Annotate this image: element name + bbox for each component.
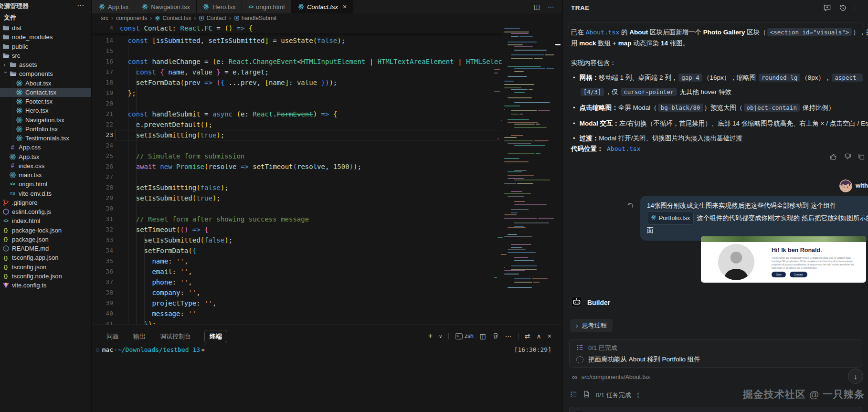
tree-item-tsconfig.node.json[interactable]: {}tsconfig.node.json (0, 272, 91, 281)
tree-item-vite-env.d.ts[interactable]: TSvite-env.d.ts (0, 189, 91, 198)
tree-item-README.md[interactable]: README.md (0, 244, 91, 253)
tree-item-tsconfig.app.json[interactable]: {}tsconfig.app.json (0, 253, 91, 262)
tree-item-Testimonials.tsx[interactable]: Testimonials.tsx (0, 134, 91, 143)
tree-item-Portfolio.tsx[interactable]: Portfolio.tsx (0, 125, 91, 134)
thinking-process-toggle[interactable]: › 思考过程 (570, 319, 613, 332)
breadcrumb-handleSubmit[interactable]: handleSubmit (234, 15, 276, 21)
terminal-tab-问题[interactable]: 问题 (106, 330, 120, 343)
tree-item-node_modules[interactable]: node_modules (0, 32, 91, 42)
close-tab-icon[interactable]: × (343, 3, 347, 11)
tree-item-dist[interactable]: dist (0, 23, 91, 32)
tree-item-App.css[interactable]: #App.css (0, 143, 91, 152)
tree-item-package-lock.json[interactable]: {}package-lock.json (0, 226, 91, 235)
tree-item-Navigation.tsx[interactable]: Navigation.tsx (0, 116, 91, 125)
attached-image[interactable]: Hi! Ik ben Ronald. Als freelance 3D visu… (701, 236, 866, 283)
code-line-15[interactable]: 15 (92, 46, 562, 56)
thumbs-up-icon[interactable] (830, 153, 837, 162)
tree-item-About.tsx[interactable]: About.tsx (0, 79, 91, 88)
code-line-24[interactable]: 24 (92, 140, 562, 151)
breadcrumb-src[interactable]: src (101, 15, 108, 21)
code-line-25[interactable]: 25 // Simulate form submission (92, 151, 562, 161)
tree-item-vite.config.ts[interactable]: vite.config.ts (0, 281, 91, 290)
code-line-26[interactable]: 26 await new Promise(resolve => setTimeo… (92, 161, 562, 172)
panel-layout-icon[interactable]: ⇄ (525, 332, 530, 340)
tree-item-tsconfig.json[interactable]: {}tsconfig.json (0, 263, 91, 272)
code-line-34[interactable]: 34 setFormData({ (92, 245, 562, 256)
tree-item-src[interactable]: src (0, 51, 91, 60)
zsh-shell-item[interactable]: >_zsh (455, 333, 473, 339)
new-chat-icon[interactable] (823, 4, 831, 14)
tree-item-Contact.tsx[interactable]: Contact.tsx (0, 88, 91, 97)
code-line-31[interactable]: 31 // Reset form after showing success m… (92, 214, 562, 224)
code-line-41[interactable]: 41 }); (92, 319, 562, 325)
terminal-profile-chevron-icon[interactable]: ∨ (439, 334, 442, 339)
explorer-section-label[interactable]: 文件 (4, 13, 16, 22)
editor-more-icon[interactable]: ⋯ (548, 3, 554, 11)
chat-history-icon[interactable] (839, 4, 847, 14)
sticky-code-line[interactable]: 4const Contact: React.FC = () => { (92, 23, 562, 33)
minimap[interactable] (502, 23, 554, 325)
portfolio-file-chip[interactable]: Portfolio.tsx (647, 211, 694, 225)
maximize-panel-icon[interactable]: ∧ (537, 332, 541, 340)
code-line-33[interactable]: 33 setIsSubmitted(false); (92, 235, 562, 245)
code-line-37[interactable]: 37 phone: '', (92, 277, 562, 287)
breadcrumb-Contact.tsx[interactable]: Contact.tsx (155, 15, 191, 21)
tree-item-components[interactable]: ›components (0, 69, 91, 78)
user-message-bubble[interactable]: 14张图分别改成文生图来实现然后把这些代码全部移动到 这个组件 Portfoli… (640, 196, 868, 241)
code-line-19[interactable]: 19 }; (92, 88, 562, 98)
new-terminal-icon[interactable]: + (428, 332, 433, 340)
tree-item-App.tsx[interactable]: App.tsx (0, 152, 91, 161)
tree-item-.gitignore[interactable]: .gitignore (0, 198, 91, 207)
expand-collapse-icon[interactable]: ∧∨ (637, 392, 640, 399)
breadcrumb-components[interactable]: components (116, 15, 147, 21)
task-card[interactable]: 0/1 已完成 把画廊功能从 About 移到 Portfolio 组件 (569, 339, 862, 368)
terminal-more-icon[interactable]: ⋯ (505, 332, 512, 340)
kill-terminal-icon[interactable] (492, 332, 499, 340)
code-line-39[interactable]: 39 projectType: '', (92, 298, 562, 308)
tree-item-main.tsx[interactable]: main.tsx (0, 170, 91, 180)
tree-item-package.json[interactable]: {}package.json (0, 235, 91, 244)
code-line-21[interactable]: 21 const handleSubmit = async (e: React.… (92, 109, 562, 119)
tree-item-public[interactable]: public (0, 42, 91, 51)
code-line-22[interactable]: 22 e.preventDefault(); (92, 119, 562, 130)
tree-item-assets[interactable]: ›assets (0, 60, 91, 69)
code-line-38[interactable]: 38 company: '', (92, 287, 562, 298)
code-line-32[interactable]: 32 setTimeout(() => { (92, 224, 562, 235)
code-editor[interactable]: 4const Contact: React.FC = () => {14 con… (92, 23, 562, 325)
code-line-20[interactable]: 20 (92, 98, 562, 109)
code-line-23[interactable]: 23 setIsSubmitting(true); (92, 130, 562, 140)
tree-item-eslint.config.js[interactable]: eslint.config.js (0, 207, 91, 216)
code-line-40[interactable]: 40 message: '' (92, 308, 562, 319)
tree-item-Footer.tsx[interactable]: Footer.tsx (0, 97, 91, 106)
code-line-35[interactable]: 35 name: '', (92, 256, 562, 266)
code-line-16[interactable]: 16 const handleChange = (e: React.Change… (92, 56, 562, 67)
code-line-27[interactable]: 27 (92, 172, 562, 182)
scroll-to-bottom-button[interactable]: ↓ (848, 369, 863, 384)
terminal-prompt[interactable]: ○ mac · ~/Downloads/testbed 13 » [16:30:… (96, 346, 558, 353)
terminal-tab-调试控制台[interactable]: 调试控制台 (159, 330, 192, 343)
code-line-30[interactable]: 30 (92, 203, 562, 214)
tab-App.tsx[interactable]: App.tsx (92, 0, 135, 13)
tab-origin.html[interactable]: <>origin.html (242, 0, 291, 13)
tab-Contact.tsx[interactable]: Contact.tsx× (291, 0, 353, 13)
tree-item-index.html[interactable]: <>index.html (0, 216, 91, 225)
split-terminal-icon[interactable]: ◫ (480, 332, 486, 340)
code-line-29[interactable]: 29 setIsSubmitted(true); (92, 193, 562, 203)
close-panel-icon[interactable]: × (548, 332, 551, 340)
tree-item-origin.html[interactable]: <>origin.html (0, 180, 91, 189)
breadcrumb-Contact[interactable]: Contact (199, 15, 226, 21)
tab-Navigation.tsx[interactable]: Navigation.tsx (135, 0, 197, 13)
thumbs-down-icon[interactable] (844, 153, 851, 162)
about-tsx-link[interactable]: About.tsx (607, 145, 640, 152)
code-line-14[interactable]: 14 const [isSubmitted, setIsSubmitted] =… (92, 35, 562, 46)
tasks-icon[interactable] (570, 391, 577, 400)
code-line-28[interactable]: 28 setIsSubmitting(false); (92, 182, 562, 193)
tree-item-Hero.tsx[interactable]: Hero.tsx (0, 106, 91, 115)
tree-item-index.css[interactable]: #index.css (0, 161, 91, 170)
terminal-tab-输出[interactable]: 输出 (132, 330, 147, 343)
code-line-17[interactable]: 17 const { name, value } = e.target; (92, 67, 562, 77)
revert-message-icon[interactable] (626, 202, 634, 211)
copy-icon[interactable] (857, 153, 865, 162)
explorer-more-icon[interactable]: ⋯ (77, 1, 84, 10)
tab-Hero.tsx[interactable]: Hero.tsx (197, 0, 242, 13)
